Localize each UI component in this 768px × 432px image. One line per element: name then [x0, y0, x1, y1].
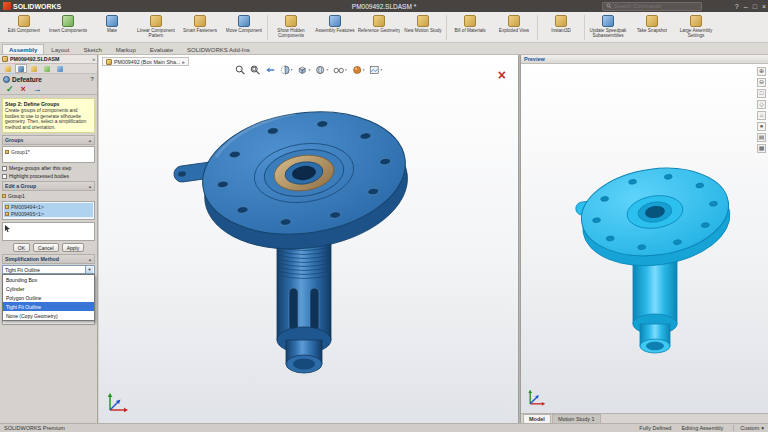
ribbon-button-new-motion-study[interactable]: New Motion Study: [401, 13, 445, 42]
tab-model[interactable]: Model: [523, 414, 551, 423]
zoom-out-icon[interactable]: ⊖: [757, 78, 766, 87]
ribbon-button-exploded-view[interactable]: Exploded View: [492, 13, 536, 42]
ribbon-button-take-snapshot[interactable]: Take Snapshot: [630, 13, 674, 42]
option-none-copy-geometry[interactable]: None (Copy Geometry): [3, 311, 94, 320]
zoom-fit-icon[interactable]: □: [757, 89, 766, 98]
defeature-preview-model[interactable]: [521, 64, 768, 413]
chevron-down-icon[interactable]: ▾: [363, 68, 365, 72]
ok-button[interactable]: OK: [13, 243, 30, 252]
previous-view-button[interactable]: [265, 65, 275, 75]
display-style-button[interactable]: ▾: [315, 65, 328, 75]
ribbon-button-insert-components[interactable]: Insert Components: [46, 13, 90, 42]
ribbon-button-linear-component-pattern[interactable]: Linear Component Pattern: [134, 13, 178, 42]
hide-show-items-button[interactable]: ▾: [333, 65, 347, 75]
search-input[interactable]: [614, 3, 698, 9]
pm-next-step-icon[interactable]: →: [33, 84, 42, 94]
zoom-in-icon[interactable]: ⊕: [757, 67, 766, 76]
ribbon-button-move-component[interactable]: Move Component: [222, 13, 266, 42]
section-view-button[interactable]: ▾: [280, 65, 293, 75]
ribbon-button-smart-fasteners[interactable]: Smart Fasteners: [178, 13, 222, 42]
ribbon-button-edit-component[interactable]: Edit Component: [2, 13, 46, 42]
pm-help-icon[interactable]: ?: [90, 76, 94, 82]
pm-ok-icon[interactable]: ✓: [6, 84, 14, 94]
tab-evaluate[interactable]: Evaluate: [143, 44, 180, 54]
zoom-to-fit-button[interactable]: [235, 65, 245, 75]
tab-configurationmanager[interactable]: [28, 64, 40, 73]
chevron-down-icon[interactable]: ▼: [85, 266, 93, 273]
tab-assembly[interactable]: Assembly: [2, 44, 44, 54]
tab-displaymanager[interactable]: [54, 64, 66, 73]
chevron-down-icon[interactable]: ▾: [308, 68, 310, 72]
tab-sketch[interactable]: Sketch: [76, 44, 108, 54]
view-orientation-button[interactable]: ▾: [297, 65, 310, 75]
tab-featuremanager[interactable]: [2, 64, 14, 73]
chevron-down-icon[interactable]: ▾: [381, 68, 383, 72]
groups-listbox[interactable]: Group1*: [2, 146, 95, 163]
chevron-down-icon[interactable]: ▾: [291, 68, 293, 72]
list-item-component[interactable]: PM009495<1>: [4, 210, 93, 217]
feature-manager-document-tab[interactable]: PM009492.SLDASM »: [0, 55, 97, 64]
apply-button[interactable]: Apply: [62, 243, 85, 252]
ribbon-button-instant3d[interactable]: Instant3D: [539, 13, 583, 42]
solidworks-logo[interactable]: SOLIDWORKS: [0, 2, 61, 10]
flange-body[interactable]: [168, 99, 416, 265]
display-style-icon[interactable]: ▤: [757, 133, 766, 142]
preview-flange[interactable]: [572, 159, 736, 275]
tab-solidworks-add-ins[interactable]: SOLIDWORKS Add-Ins: [180, 44, 257, 54]
tab-markup[interactable]: Markup: [109, 44, 143, 54]
ribbon-button-reference-geometry[interactable]: Reference Geometry: [357, 13, 401, 42]
pm-cancel-icon[interactable]: ×: [21, 84, 26, 94]
close-button[interactable]: ×: [762, 3, 766, 10]
chevron-down-icon[interactable]: ▾: [345, 68, 347, 72]
zoom-to-area-button[interactable]: [250, 65, 260, 75]
simplification-method-dropdown[interactable]: Tight Fit Outline ▼: [2, 265, 95, 274]
ribbon-button-large-assembly-settings[interactable]: Large Assembly Settings: [674, 13, 718, 42]
ribbon-button-mate[interactable]: Mate: [90, 13, 134, 42]
option-cylinder[interactable]: Cylinder: [3, 284, 94, 293]
list-item-component[interactable]: PM009494<1>: [4, 203, 93, 210]
viewport-splitter[interactable]: [518, 55, 521, 423]
maximize-button[interactable]: □: [753, 3, 757, 10]
section-edit-a-group[interactable]: Edit a Group ▲: [2, 181, 95, 191]
tab-layout[interactable]: Layout: [44, 44, 76, 54]
tab-dimxpertmanager[interactable]: [41, 64, 53, 73]
highlight-bodies-checkbox-row[interactable]: Highlight processed bodies: [2, 173, 95, 179]
help-button[interactable]: ?: [735, 3, 739, 10]
highlight-bodies-checkbox[interactable]: [2, 174, 7, 179]
ribbon-button-bill-of-materials[interactable]: Bill of Materials: [448, 13, 492, 42]
option-polygon-outline[interactable]: Polygon Outline: [3, 293, 94, 302]
edit-appearance-button[interactable]: ▾: [352, 65, 365, 75]
ribbon-button-assembly-features[interactable]: Assembly Features: [313, 13, 357, 42]
section-simplification-method[interactable]: Simplification Method ▲: [2, 254, 95, 264]
graphics-area[interactable]: PM009492 (Box Main Sha... ▸ ▾ ▾ ▾ ▾ ▾ ▾ …: [99, 55, 518, 423]
chevron-down-icon[interactable]: ▾: [326, 68, 328, 72]
rotate-view-icon[interactable]: ◇: [757, 100, 766, 109]
ribbon-button-update-speedpak[interactable]: Update Speedpak Subassemblies: [586, 13, 630, 42]
apply-scene-button[interactable]: ▾: [370, 65, 383, 75]
defeature-cancel-button[interactable]: ×: [498, 68, 506, 82]
merge-groups-checkbox[interactable]: [2, 166, 7, 171]
feature-tree-flyout[interactable]: PM009492 (Box Main Sha... ▸: [102, 57, 189, 66]
flyout-caret-icon[interactable]: ▸: [182, 59, 185, 65]
cancel-button[interactable]: Cancel: [33, 243, 59, 252]
search-commands-box[interactable]: [602, 2, 702, 11]
panel-expand-icon[interactable]: »: [92, 56, 95, 62]
assembly-3d-model[interactable]: [99, 55, 518, 423]
units-dropdown[interactable]: Custom ▾: [733, 425, 764, 431]
tab-motion-study-1[interactable]: Motion Study 1: [552, 414, 601, 423]
merge-groups-checkbox-row[interactable]: Merge groups after this step: [2, 165, 95, 171]
preview-graphics-area[interactable]: ⊕ ⊖ □ ◇ ⌂ ● ▤ ▦: [521, 64, 768, 413]
home-view-icon[interactable]: ⌂: [757, 111, 766, 120]
section-groups[interactable]: Groups ▲: [2, 135, 95, 145]
option-tight-fit-outline[interactable]: Tight Fit Outline: [3, 302, 94, 311]
tab-propertymanager[interactable]: [15, 64, 27, 73]
preview-panel-header[interactable]: Preview: [521, 55, 768, 64]
selection-box[interactable]: [2, 222, 95, 241]
group-components-listbox[interactable]: PM009494<1> PM009495<1>: [2, 201, 95, 220]
ribbon-button-show-hidden-components[interactable]: Show Hidden Components: [269, 13, 313, 42]
shaded-view-icon[interactable]: ●: [757, 122, 766, 131]
list-item-group1[interactable]: Group1*: [4, 148, 93, 155]
view-settings-icon[interactable]: ▦: [757, 144, 766, 153]
minimize-button[interactable]: –: [744, 3, 748, 10]
option-bounding-box[interactable]: Bounding Box: [3, 275, 94, 284]
